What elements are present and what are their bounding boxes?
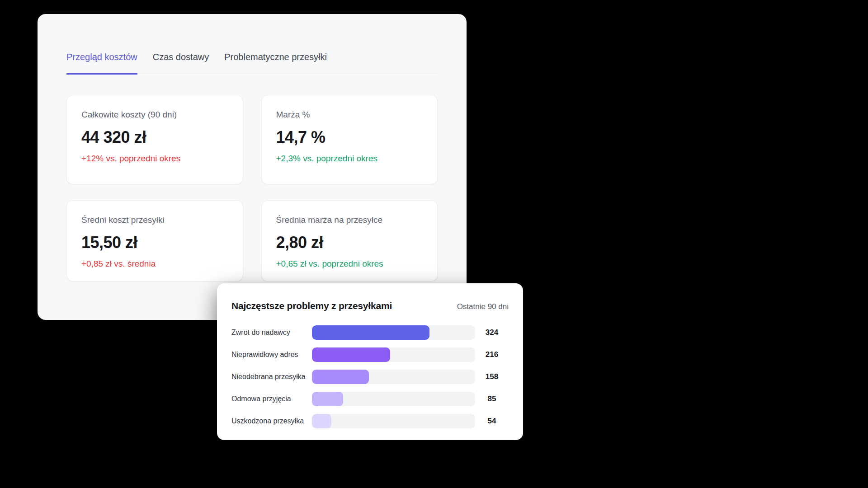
stat-delta: +0,85 zł vs. średnia bbox=[81, 258, 228, 269]
stat-value: 14,7 % bbox=[276, 128, 423, 147]
stat-card-total-costs: Całkowite koszty (90 dni) 44 320 zł +12%… bbox=[66, 95, 243, 184]
problem-bar-fill bbox=[312, 370, 369, 384]
problem-label: Nieprawidłowy adres bbox=[231, 351, 312, 359]
problems-rows: Zwrot do nadawcy 324 Nieprawidłowy adres… bbox=[231, 321, 509, 432]
problem-label: Nieodebrana przesyłka bbox=[231, 373, 312, 381]
problem-bar-fill bbox=[312, 414, 331, 428]
stat-card-avg-margin: Średnia marża na przesyłce 2,80 zł +0,65… bbox=[261, 200, 438, 282]
stat-value: 2,80 zł bbox=[276, 233, 423, 252]
problem-row: Nieodebrana przesyłka 158 bbox=[231, 366, 509, 388]
problem-label: Uszkodzona przesyłka bbox=[231, 417, 312, 425]
stat-label: Średni koszt przesyłki bbox=[81, 215, 228, 225]
problems-title: Najczęstsze problemy z przesyłkami bbox=[231, 300, 392, 311]
problems-card: Najczęstsze problemy z przesyłkami Ostat… bbox=[217, 283, 523, 440]
stat-label: Średnia marża na przesyłce bbox=[276, 215, 423, 225]
stat-card-margin-percent: Marża % 14,7 % +2,3% vs. poprzedni okres bbox=[261, 95, 438, 184]
stat-cards-grid: Całkowite koszty (90 dni) 44 320 zł +12%… bbox=[66, 95, 438, 282]
problem-bar-track bbox=[312, 392, 475, 406]
problem-bar-fill bbox=[312, 347, 390, 362]
tab-przeglad-kosztow[interactable]: Przegląd kosztów bbox=[66, 52, 137, 75]
tab-problematyczne-przesylki[interactable]: Problematyczne przesyłki bbox=[224, 52, 327, 74]
problem-label: Odmowa przyjęcia bbox=[231, 395, 312, 403]
stat-delta: +2,3% vs. poprzedni okres bbox=[276, 153, 423, 164]
problem-value: 216 bbox=[475, 350, 509, 359]
stat-value: 44 320 zł bbox=[81, 128, 228, 147]
problem-bar-track bbox=[312, 325, 475, 340]
problem-bar-track bbox=[312, 370, 475, 384]
problems-period-label: Ostatnie 90 dni bbox=[457, 302, 509, 311]
problem-bar-track bbox=[312, 347, 475, 362]
stat-card-avg-cost: Średni koszt przesyłki 15,50 zł +0,85 zł… bbox=[66, 200, 243, 282]
problem-value: 324 bbox=[475, 328, 509, 337]
problem-bar-track bbox=[312, 414, 475, 428]
stat-value: 15,50 zł bbox=[81, 233, 228, 252]
problem-value: 54 bbox=[475, 417, 509, 426]
stat-delta: +0,65 zł vs. poprzedni okres bbox=[276, 258, 423, 269]
tab-czas-dostawy[interactable]: Czas dostawy bbox=[153, 52, 209, 74]
problem-value: 158 bbox=[475, 372, 509, 381]
stat-delta: +12% vs. poprzedni okres bbox=[81, 153, 228, 164]
problem-bar-fill bbox=[312, 392, 343, 406]
dashboard-panel: Przegląd kosztów Czas dostawy Problematy… bbox=[38, 14, 467, 320]
stat-label: Marża % bbox=[276, 109, 423, 120]
problem-bar-fill bbox=[312, 325, 429, 340]
problem-row: Zwrot do nadawcy 324 bbox=[231, 321, 509, 343]
problem-row: Odmowa przyjęcia 85 bbox=[231, 388, 509, 410]
problems-header: Najczęstsze problemy z przesyłkami Ostat… bbox=[231, 300, 509, 311]
problem-row: Nieprawidłowy adres 216 bbox=[231, 343, 509, 366]
tab-bar: Przegląd kosztów Czas dostawy Problematy… bbox=[66, 14, 438, 74]
problem-row: Uszkodzona przesyłka 54 bbox=[231, 410, 509, 432]
problem-value: 85 bbox=[475, 394, 509, 404]
stat-label: Całkowite koszty (90 dni) bbox=[81, 109, 228, 120]
problem-label: Zwrot do nadawcy bbox=[231, 328, 312, 337]
